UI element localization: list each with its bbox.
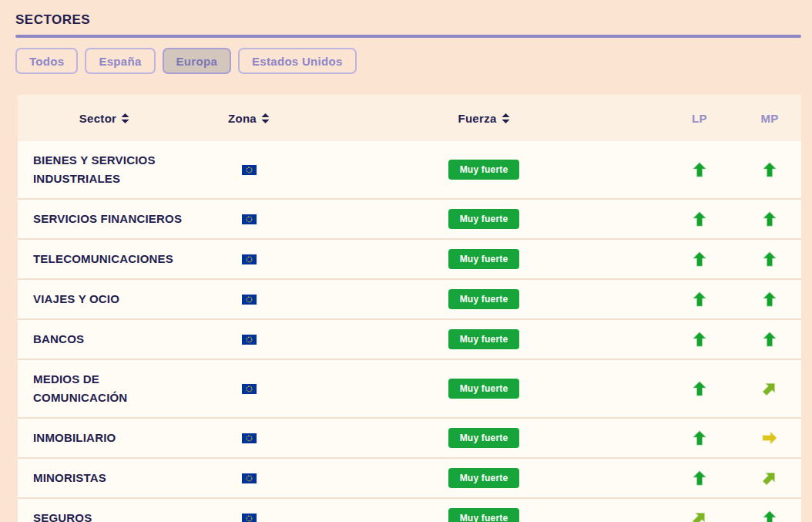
trend-up-right-icon [761, 470, 778, 487]
sector-name: VIAJES Y OCIO [33, 290, 119, 308]
filter-button-europa[interactable]: Europa [163, 48, 231, 74]
trend-up-icon [761, 510, 778, 522]
fuerza-badge: Muy fuerte [448, 379, 520, 399]
sectors-table: Sector Zona Fuerza LP MP BIENES Y SERVIC… [18, 95, 801, 522]
eu-flag-icon [242, 335, 257, 345]
table-row[interactable]: TELECOMUNICACIONESMuy fuerte [18, 238, 801, 278]
page-title: SECTORES [15, 12, 801, 28]
eu-flag-icon [242, 433, 257, 443]
filter-button-todos[interactable]: Todos [15, 48, 78, 74]
table-row[interactable]: INMOBILIARIOMuy fuerte [18, 417, 801, 457]
trend-up-icon [761, 161, 778, 178]
eu-flag-icon [242, 473, 257, 483]
trend-up-icon [761, 291, 778, 308]
column-header-mp: MP [738, 112, 801, 125]
table-row[interactable]: BANCOSMuy fuerte [18, 318, 801, 359]
column-header-zona[interactable]: Zona [191, 112, 307, 125]
table-row[interactable]: BIENES Y SERVICIOS INDUSTRIALESMuy fuert… [18, 141, 801, 198]
fuerza-badge: Muy fuerte [448, 329, 520, 349]
zone-filter-group: Todos España Europa Estados Unidos [15, 48, 801, 74]
trend-up-icon [691, 470, 708, 487]
fuerza-badge: Muy fuerte [448, 508, 520, 522]
fuerza-badge: Muy fuerte [448, 468, 520, 488]
column-header-lp-label: LP [692, 112, 707, 125]
fuerza-badge: Muy fuerte [448, 209, 520, 229]
trend-up-icon [691, 331, 708, 348]
column-header-sector-label: Sector [79, 112, 117, 125]
sector-name: BIENES Y SERVICIOS INDUSTRIALES [33, 151, 185, 188]
fuerza-badge: Muy fuerte [448, 160, 520, 180]
sort-icon [261, 113, 270, 123]
sector-name: BANCOS [33, 330, 84, 349]
filter-button-estados-unidos[interactable]: Estados Unidos [238, 48, 357, 74]
sector-name: TELECOMUNICACIONES [33, 250, 173, 268]
trend-up-icon [691, 161, 708, 178]
eu-flag-icon [242, 165, 257, 175]
table-row[interactable]: SEGUROSMuy fuerte [18, 497, 801, 522]
trend-up-right-icon [691, 510, 708, 522]
fuerza-badge: Muy fuerte [448, 249, 520, 269]
sort-icon [502, 113, 510, 123]
column-header-lp: LP [661, 112, 738, 125]
trend-up-right-icon [761, 380, 778, 397]
sector-name: SERVICIOS FINANCIEROS [33, 210, 182, 228]
eu-flag-icon [242, 214, 257, 224]
sector-name: INMOBILIARIO [33, 429, 116, 447]
sectors-page: SECTORES Todos España Europa Estados Uni… [0, 0, 812, 522]
trend-right-icon [761, 429, 778, 446]
column-header-fuerza-label: Fuerza [458, 112, 496, 125]
sector-name: MEDIOS DE COMUNICACIÓN [33, 370, 185, 407]
filter-button-espana[interactable]: España [85, 48, 155, 74]
trend-up-icon [761, 210, 778, 227]
table-row[interactable]: VIAJES Y OCIOMuy fuerte [18, 278, 801, 318]
sort-icon [121, 113, 129, 123]
trend-up-icon [761, 251, 778, 268]
trend-up-icon [691, 380, 708, 397]
eu-flag-icon [242, 514, 257, 522]
trend-up-icon [691, 291, 708, 308]
table-body: BIENES Y SERVICIOS INDUSTRIALESMuy fuert… [18, 141, 801, 522]
title-underline [15, 35, 801, 38]
table-header-row: Sector Zona Fuerza LP MP [18, 95, 801, 141]
column-header-fuerza[interactable]: Fuerza [307, 112, 661, 125]
table-row[interactable]: MEDIOS DE COMUNICACIÓNMuy fuerte [18, 359, 801, 417]
eu-flag-icon [242, 254, 257, 264]
table-row[interactable]: SERVICIOS FINANCIEROSMuy fuerte [18, 198, 801, 238]
trend-up-icon [691, 429, 708, 446]
eu-flag-icon [242, 384, 257, 394]
table-row[interactable]: MINORISTASMuy fuerte [18, 457, 801, 497]
eu-flag-icon [242, 295, 257, 305]
sector-name: SEGUROS [33, 509, 92, 522]
trend-up-icon [761, 331, 778, 348]
sector-name: MINORISTAS [33, 469, 106, 487]
column-header-zona-label: Zona [228, 112, 257, 125]
fuerza-badge: Muy fuerte [448, 289, 520, 309]
trend-up-icon [691, 251, 708, 268]
trend-up-icon [691, 210, 708, 227]
column-header-mp-label: MP [760, 112, 778, 125]
column-header-sector[interactable]: Sector [18, 112, 191, 125]
fuerza-badge: Muy fuerte [448, 428, 520, 448]
